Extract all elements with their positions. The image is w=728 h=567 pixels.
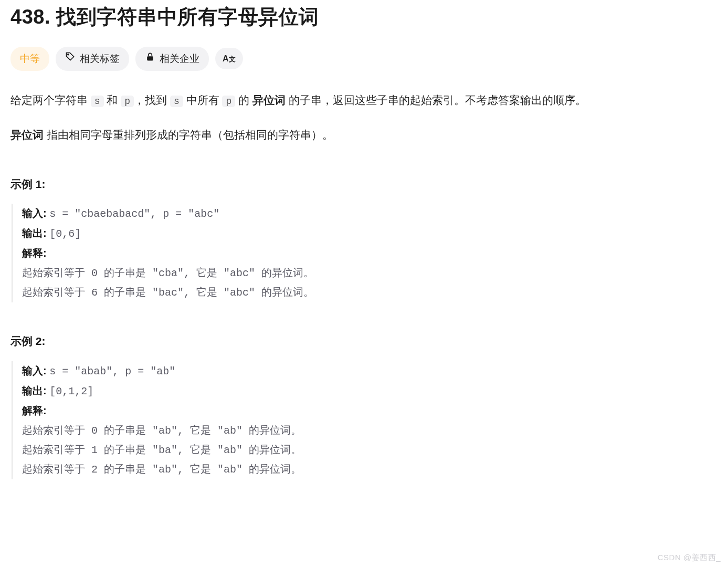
companies-label: 相关企业 xyxy=(160,50,199,67)
description-paragraph-2: 异位词 指由相同字母重排列形成的字符串（包括相同的字符串）。 xyxy=(10,124,718,145)
anagram-bold: 异位词 xyxy=(252,94,286,106)
example-1-block: 输入: s = "cbaebabacd", p = "abc" 输出: [0,6… xyxy=(12,204,718,302)
tag-icon xyxy=(65,50,76,67)
example-2-explain-line-2: 起始索引等于 2 的子串是 "ab", 它是 "ab" 的异位词。 xyxy=(22,460,718,479)
difficulty-badge[interactable]: 中等 xyxy=(10,47,49,71)
example-1-input: 输入: s = "cbaebabacd", p = "abc" xyxy=(22,204,718,224)
example-2-input: 输入: s = "abab", p = "ab" xyxy=(22,361,718,381)
example-1-explain-line-0: 起始索引等于 0 的子串是 "cba", 它是 "abc" 的异位词。 xyxy=(22,264,718,283)
svg-point-0 xyxy=(68,54,69,55)
code-p2: p xyxy=(222,96,235,107)
description-paragraph-1: 给定两个字符串 s 和 p，找到 s 中所有 p 的 异位词 的子串，返回这些子… xyxy=(10,90,718,111)
example-1-explain-line-1: 起始索引等于 6 的子串是 "bac", 它是 "abc" 的异位词。 xyxy=(22,283,718,302)
example-2-block: 输入: s = "abab", p = "ab" 输出: [0,1,2] 解释:… xyxy=(12,361,718,479)
translate-badge[interactable]: A文 xyxy=(215,48,243,69)
example-2-heading: 示例 2: xyxy=(10,332,718,351)
example-2-output: 输出: [0,1,2] xyxy=(22,381,718,401)
difficulty-label: 中等 xyxy=(20,50,40,67)
code-p: p xyxy=(121,96,134,107)
lock-icon xyxy=(145,50,155,67)
example-1-output: 输出: [0,6] xyxy=(22,224,718,244)
example-1-heading: 示例 1: xyxy=(10,175,718,194)
code-s: s xyxy=(91,96,104,107)
example-2-explain-label: 解释: xyxy=(22,401,718,421)
anagram-def-bold: 异位词 xyxy=(10,129,47,141)
badge-row: 中等 相关标签 相关企业 A文 xyxy=(10,47,718,71)
problem-title: 438. 找到字符串中所有字母异位词 xyxy=(10,0,718,34)
tags-badge[interactable]: 相关标签 xyxy=(56,47,129,71)
example-2-explain-line-1: 起始索引等于 1 的子串是 "ba", 它是 "ab" 的异位词。 xyxy=(22,440,718,460)
tags-label: 相关标签 xyxy=(80,50,120,67)
code-s2: s xyxy=(170,96,183,107)
companies-badge[interactable]: 相关企业 xyxy=(135,47,209,71)
svg-rect-1 xyxy=(147,56,153,60)
example-1-explain-label: 解释: xyxy=(22,244,718,264)
problem-number: 438. xyxy=(10,6,50,28)
translate-icon: A文 xyxy=(223,51,236,66)
example-2-explain-line-0: 起始索引等于 0 的子串是 "ab", 它是 "ab" 的异位词。 xyxy=(22,421,718,440)
problem-name: 找到字符串中所有字母异位词 xyxy=(56,6,319,28)
